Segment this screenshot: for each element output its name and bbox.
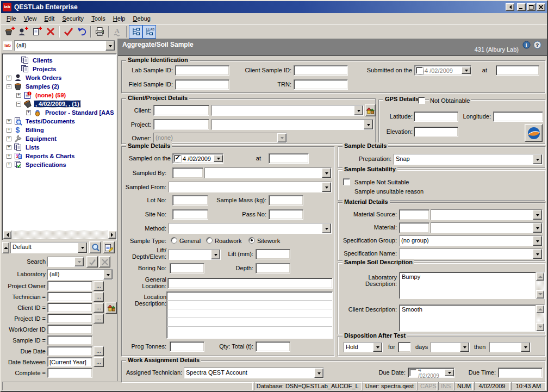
- client-description-text[interactable]: Smooth: [399, 304, 545, 332]
- project-id-input[interactable]: [153, 119, 209, 130]
- expand-icon[interactable]: +: [7, 136, 11, 141]
- sample-not-suitable-checkbox[interactable]: [343, 178, 350, 185]
- dropdown-arrow-icon[interactable]: [354, 105, 363, 115]
- scroll-right-button[interactable]: [108, 231, 116, 239]
- tree-item-specifications[interactable]: + Specifications: [2, 160, 116, 169]
- new-document-button[interactable]: [30, 25, 43, 39]
- location-description-line[interactable]: [167, 292, 332, 301]
- navigation-tree[interactable]: Clients Projects + Work Orders −: [2, 53, 117, 240]
- dropdown-arrow-icon[interactable]: [103, 270, 113, 279]
- general-location-input[interactable]: [167, 278, 333, 289]
- sampled-date-checkbox[interactable]: [174, 155, 181, 162]
- pass-no-input[interactable]: [269, 209, 303, 220]
- lift-mm-input[interactable]: [256, 249, 290, 259]
- due-time-input[interactable]: [498, 368, 543, 378]
- prog-tonnes-input[interactable]: [170, 341, 204, 352]
- help-icon[interactable]: ?: [533, 41, 541, 50]
- elevation-input[interactable]: [414, 127, 458, 137]
- date-between-browse-button[interactable]: ...: [94, 357, 104, 367]
- info-icon[interactable]: i: [522, 41, 531, 50]
- submitted-date-checkbox[interactable]: [416, 67, 423, 74]
- delete-button[interactable]: [43, 25, 57, 39]
- due-date-checkbox[interactable]: [409, 369, 416, 376]
- complete-input[interactable]: [47, 368, 92, 378]
- expand-icon[interactable]: +: [16, 93, 21, 98]
- client-name-dropdown[interactable]: [211, 105, 364, 116]
- material-id-input[interactable]: [399, 222, 429, 233]
- expand-icon[interactable]: +: [7, 163, 11, 167]
- close-button[interactable]: [537, 3, 545, 11]
- menu-edit[interactable]: Edit: [40, 14, 58, 23]
- tree-item-samples[interactable]: − Samples (2): [2, 82, 116, 91]
- trn-input[interactable]: [294, 79, 348, 90]
- dropdown-arrow-icon[interactable]: [533, 236, 542, 246]
- sampled-by-id-input[interactable]: [172, 167, 203, 178]
- new-work-order-button[interactable]: [16, 25, 30, 39]
- lab-sample-id-input[interactable]: [175, 65, 229, 76]
- material-source-dropdown[interactable]: [431, 209, 543, 220]
- vertical-scrollbar[interactable]: [535, 305, 544, 331]
- menu-help[interactable]: Help: [109, 14, 129, 23]
- field-sample-id-input[interactable]: [175, 79, 229, 90]
- disposition-action-dropdown[interactable]: Hold: [344, 342, 383, 352]
- tree-item-none-group[interactable]: + ! (none) (59): [2, 91, 116, 99]
- collapse-icon[interactable]: −: [7, 84, 11, 89]
- menu-tools[interactable]: Tools: [88, 14, 109, 23]
- expand-icon[interactable]: +: [7, 154, 11, 159]
- sample-type-sitework-radio[interactable]: [248, 237, 255, 244]
- technician-input[interactable]: [47, 292, 92, 302]
- edit-filter-button[interactable]: [103, 241, 115, 253]
- dropdown-arrow-icon[interactable]: [533, 154, 542, 164]
- technician-browse-button[interactable]: ...: [94, 292, 104, 302]
- tree-item-work-orders[interactable]: + Work Orders: [2, 73, 116, 82]
- scrollbar-track[interactable]: [536, 281, 544, 290]
- filter-spin-up-button[interactable]: [2, 242, 9, 253]
- dropdown-arrow-icon[interactable]: [460, 343, 469, 352]
- tree-item-equipment[interactable]: + Equipment: [2, 134, 116, 143]
- dropdown-arrow-icon[interactable]: [322, 168, 331, 178]
- method-dropdown[interactable]: [169, 223, 332, 234]
- due-date-picker[interactable]: 4 /02/2009: [408, 368, 454, 378]
- material-dropdown[interactable]: [431, 222, 543, 233]
- sampled-by-dropdown[interactable]: [204, 167, 332, 178]
- project-owner-browse-button[interactable]: ...: [94, 281, 104, 291]
- undo-button[interactable]: [75, 25, 89, 39]
- date-between-input[interactable]: [47, 357, 92, 367]
- sampled-at-input[interactable]: [269, 153, 309, 164]
- project-id-input[interactable]: [47, 314, 92, 323]
- map-button[interactable]: [525, 124, 543, 142]
- laboratory-description-text[interactable]: Bumpy: [399, 272, 545, 299]
- sample-mass-input[interactable]: [269, 195, 303, 206]
- tree-view-toggle[interactable]: [129, 25, 142, 39]
- scroll-up-button[interactable]: [536, 272, 544, 281]
- scroll-left-button[interactable]: [3, 231, 11, 239]
- dropdown-arrow-icon[interactable]: [521, 343, 530, 352]
- lot-no-input[interactable]: [172, 195, 208, 206]
- dropdown-arrow-icon[interactable]: [322, 223, 331, 233]
- sampled-date-picker[interactable]: 4 /02/2009: [172, 153, 223, 164]
- dropdown-arrow-icon[interactable]: [214, 155, 223, 162]
- tree-item-tests-documents[interactable]: + Tests/Documents: [2, 117, 116, 126]
- location-description-line[interactable]: [167, 309, 332, 318]
- dropdown-arrow-icon[interactable]: [462, 67, 471, 74]
- menu-security[interactable]: Security: [58, 14, 88, 23]
- project-id-browse-button[interactable]: ...: [94, 314, 104, 323]
- disposition-then-dropdown[interactable]: [489, 342, 531, 352]
- disposition-days-input[interactable]: [398, 342, 411, 352]
- tree-horizontal-scrollbar[interactable]: [3, 231, 116, 239]
- client-sample-id-input[interactable]: [294, 65, 348, 76]
- scroll-down-button[interactable]: [536, 290, 544, 298]
- dropdown-arrow-icon[interactable]: [78, 242, 87, 253]
- lift-depth-elevn-dropdown[interactable]: [169, 249, 221, 260]
- location-description-line[interactable]: [167, 318, 332, 327]
- print-button[interactable]: [93, 25, 107, 39]
- longitude-input[interactable]: [493, 111, 543, 122]
- menu-file[interactable]: File: [3, 14, 20, 23]
- scroll-up-button[interactable]: [536, 305, 544, 313]
- tree-item-reports-charts[interactable]: + Reports & Charts: [2, 152, 116, 160]
- location-description-input[interactable]: [166, 291, 333, 339]
- dropdown-arrow-icon[interactable]: [364, 120, 373, 129]
- submitted-at-input[interactable]: [496, 65, 539, 76]
- dropdown-arrow-icon[interactable]: [533, 223, 542, 233]
- depth-input[interactable]: [256, 263, 290, 273]
